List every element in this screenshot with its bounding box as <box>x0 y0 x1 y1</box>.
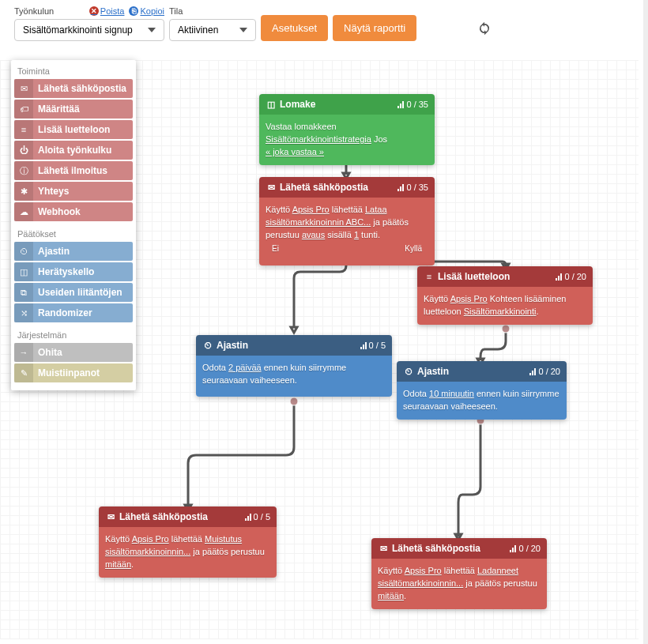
workflow-label: Työnkulun <box>14 6 54 16</box>
node-add-to-list[interactable]: ≡ Lisää luetteloon 0 / 20 Käyttö Apsis P… <box>417 266 593 325</box>
node-title: Lähetä sähköpostia <box>280 182 368 193</box>
palette-label: Ajastin <box>33 246 70 257</box>
palette-icon: 🏷 <box>14 100 33 119</box>
timer-icon: ⏲ <box>403 367 414 376</box>
refresh-icon[interactable] <box>477 21 492 36</box>
palette-label: Lisää luetteloon <box>33 124 110 135</box>
palette-icon: ⏲ <box>14 242 33 261</box>
chart-icon <box>556 273 562 281</box>
palette-icon: ✱ <box>14 182 33 201</box>
branch-no: Ei <box>272 243 279 255</box>
palette-item[interactable]: ⓘLähetä ilmoitus <box>14 161 133 180</box>
chevron-down-icon <box>148 28 156 32</box>
chevron-down-icon <box>239 28 247 32</box>
palette-icon: ◫ <box>14 262 33 281</box>
email-icon: ✉ <box>105 512 116 522</box>
state-label: Tila <box>169 6 256 16</box>
copy-link[interactable]: ⎘Kopioi <box>129 6 164 16</box>
node-body: Käyttö Apsis Pro Kohteen lisääminen luet… <box>417 287 593 325</box>
node-send-email[interactable]: ✉ Lähetä sähköpostia 0 / 35 Käyttö Apsis… <box>259 177 435 266</box>
palette-label: Randomizer <box>33 307 92 318</box>
section-decisions: Päätökset <box>11 223 136 242</box>
state-dropdown[interactable]: Aktiivinen <box>169 19 256 41</box>
palette-icon: ⏻ <box>14 141 33 160</box>
node-timer[interactable]: ⏲ Ajastin 0 / 5 Odota 2 päivää ennen kui… <box>196 335 392 397</box>
node-timer[interactable]: ⏲ Ajastin 0 / 20 Odota 10 minuutin ennen… <box>397 361 567 420</box>
copy-icon: ⎘ <box>129 6 138 16</box>
actions-palette: Toiminta ✉Lähetä sähköpostia🏷Määrittää≡L… <box>11 60 136 390</box>
palette-item[interactable]: ☁Webhook <box>14 202 133 221</box>
palette-icon: ☁ <box>14 202 33 221</box>
palette-label: Aloita työnkulku <box>33 145 111 156</box>
delete-link[interactable]: ✕Poista <box>89 6 125 16</box>
palette-icon: ✉ <box>14 79 33 98</box>
node-body: Käyttö Apsis Pro lähettää Ladanneet sisä… <box>371 559 547 609</box>
palette-item[interactable]: →Ohita <box>14 343 133 362</box>
section-system: Järjestelmän <box>11 324 136 343</box>
report-button[interactable]: Näytä raportti <box>333 15 416 41</box>
timer-icon: ⏲ <box>202 341 213 350</box>
email-icon: ✉ <box>266 183 277 193</box>
palette-label: Herätyskello <box>33 266 94 277</box>
palette-item[interactable]: ⧉Useiden liitäntöjen <box>14 283 133 302</box>
palette-item[interactable]: ⏲Ajastin <box>14 242 133 261</box>
palette-label: Useiden liitäntöjen <box>33 287 122 298</box>
palette-item[interactable]: 🏷Määrittää <box>14 100 133 119</box>
node-body: Odota 10 minuutin ennen kuin siirrymme s… <box>397 382 567 420</box>
palette-item[interactable]: ◫Herätyskello <box>14 262 133 281</box>
chart-icon <box>397 101 404 108</box>
section-actions: Toiminta <box>11 60 136 79</box>
palette-item[interactable]: ⤭Randomizer <box>14 303 133 322</box>
palette-icon: ✎ <box>14 363 33 382</box>
node-title: Ajastin <box>417 366 449 377</box>
palette-label: Ohita <box>33 347 62 358</box>
node-title: Lähetä sähköpostia <box>392 543 480 554</box>
palette-item[interactable]: ≡Lisää luetteloon <box>14 120 133 139</box>
palette-label: Lähetä sähköpostia <box>33 83 126 94</box>
node-body: Käyttö Apsis Pro lähettää Lataa sisältöm… <box>259 198 435 266</box>
node-send-email[interactable]: ✉ Lähetä sähköpostia 0 / 5 Käyttö Apsis … <box>99 507 277 578</box>
node-title: Lisää luetteloon <box>438 271 510 282</box>
palette-item[interactable]: ⏻Aloita työnkulku <box>14 141 133 160</box>
palette-icon: ⤭ <box>14 303 33 322</box>
palette-label: Lähetä ilmoitus <box>33 165 107 176</box>
chart-icon <box>360 342 367 349</box>
node-form[interactable]: ◫ Lomake 0 / 35 Vastaa lomakkeen Sisältö… <box>259 94 435 165</box>
node-body: Käyttö Apsis Pro lähettää Muistutus sisä… <box>99 527 277 578</box>
workflow-dropdown[interactable]: Sisältömarkkinointi signup <box>14 19 164 41</box>
palette-icon: ≡ <box>14 120 33 139</box>
svg-point-2 <box>502 325 510 333</box>
settings-button[interactable]: Asetukset <box>261 15 328 41</box>
chart-icon <box>529 368 536 375</box>
palette-label: Yhteys <box>33 186 69 197</box>
toolbar: Työnkulun ✕Poista ⎘Kopioi Sisältömarkkin… <box>0 0 643 43</box>
delete-icon: ✕ <box>89 6 99 16</box>
chart-icon <box>245 514 251 521</box>
node-title: Lähetä sähköpostia <box>119 511 208 522</box>
palette-item[interactable]: ✉Lähetä sähköpostia <box>14 79 133 98</box>
node-title: Lomake <box>280 99 315 110</box>
palette-item[interactable]: ✱Yhteys <box>14 182 133 201</box>
svg-point-4 <box>290 397 298 405</box>
palette-item[interactable]: ✎Muistiinpanot <box>14 363 133 382</box>
branch-yes: Kyllä <box>405 243 422 255</box>
form-icon: ◫ <box>266 100 277 110</box>
node-body: Vastaa lomakkeen Sisältömarkkinointistra… <box>259 115 435 165</box>
palette-icon: ⓘ <box>14 161 33 180</box>
palette-label: Webhook <box>33 206 81 217</box>
node-title: Ajastin <box>217 340 248 351</box>
node-body: Odota 2 päivää ennen kuin siirrymme seur… <box>196 356 392 397</box>
palette-icon: ⧉ <box>14 283 33 302</box>
palette-label: Muistiinpanot <box>33 367 100 378</box>
node-send-email[interactable]: ✉ Lähetä sähköpostia 0 / 20 Käyttö Apsis… <box>371 538 547 609</box>
chart-icon <box>510 545 516 552</box>
palette-icon: → <box>14 343 33 362</box>
list-icon: ≡ <box>424 272 435 281</box>
palette-label: Määrittää <box>33 104 80 115</box>
email-icon: ✉ <box>378 544 389 554</box>
chart-icon <box>397 184 404 191</box>
